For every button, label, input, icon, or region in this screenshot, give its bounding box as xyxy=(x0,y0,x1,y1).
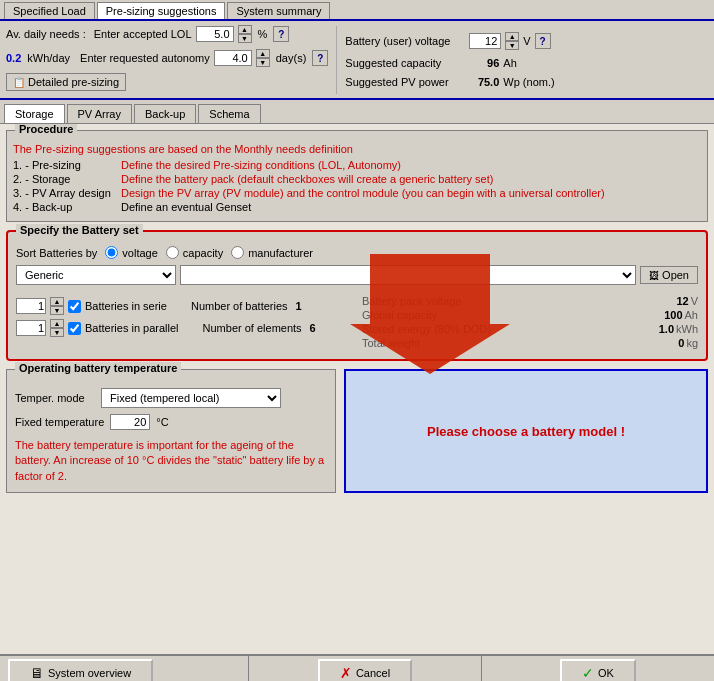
procedure-step-1: 1. - Pre-sizing Define the desired Pre-s… xyxy=(13,159,701,171)
temp-title: Operating battery temperature xyxy=(15,362,181,374)
autonomy-input[interactable] xyxy=(214,50,252,66)
step2-num: 2. - Storage xyxy=(13,173,113,185)
temp-mode-label: Temper. mode xyxy=(15,392,95,404)
fixed-temp-unit: °C xyxy=(156,416,168,428)
tab-bar: Specified Load Pre-sizing suggestions Sy… xyxy=(0,0,714,21)
num-elements-label: Number of elements xyxy=(203,322,302,334)
arrow-overlay xyxy=(350,254,510,376)
total-weight-value: 0 xyxy=(678,337,684,349)
procedure-step-4: 4. - Back-up Define an eventual Genset xyxy=(13,201,701,213)
temp-mode-select[interactable]: Fixed (tempered local) Variable xyxy=(101,388,281,408)
sort-voltage-radio[interactable] xyxy=(105,246,118,259)
autonomy-unit: day(s) xyxy=(276,52,307,64)
sug-pv-value: 75.0 xyxy=(469,76,499,88)
fixed-temp-row: Fixed temperature °C xyxy=(15,414,327,430)
temp-group: Operating battery temperature Temper. mo… xyxy=(6,369,336,493)
sort-voltage-option[interactable]: voltage xyxy=(105,246,157,259)
procedure-step-3: 3. - PV Array design Design the PV array… xyxy=(13,187,701,199)
stored-energy-unit: kWh xyxy=(676,323,698,335)
sort-manufacturer-radio[interactable] xyxy=(231,246,244,259)
tab-system-summary[interactable]: System summary xyxy=(227,2,330,19)
parallel-checkbox[interactable] xyxy=(68,322,81,335)
fixed-temp-label: Fixed temperature xyxy=(15,416,104,428)
tab-pre-sizing[interactable]: Pre-sizing suggestions xyxy=(97,2,226,19)
table-icon: 📋 xyxy=(13,77,25,88)
serie-checkbox[interactable] xyxy=(68,300,81,313)
daily-unit: kWh/day xyxy=(27,52,70,64)
num-batteries-value: 1 xyxy=(296,300,302,312)
autonomy-label: Enter requested autonomy xyxy=(80,52,210,64)
ok-icon: ✓ xyxy=(582,665,594,681)
sort-manufacturer-label: manufacturer xyxy=(248,247,313,259)
lol-unit: % xyxy=(258,28,268,40)
tab-schema[interactable]: Schema xyxy=(198,104,260,123)
sort-capacity-option[interactable]: capacity xyxy=(166,246,223,259)
procedure-intro: The Pre-sizing suggestions are based on … xyxy=(13,143,701,155)
step3-num: 3. - PV Array design xyxy=(13,187,113,199)
parallel-spinner[interactable]: ▲ ▼ xyxy=(50,319,64,337)
cancel-button[interactable]: ✗ Cancel xyxy=(318,659,412,681)
autonomy-help-button[interactable]: ? xyxy=(312,50,328,66)
left-controls: ▲ ▼ Batteries in serie Number of batteri… xyxy=(16,293,352,351)
fixed-temp-input[interactable] xyxy=(110,414,150,430)
generic-dropdown[interactable]: Generic xyxy=(16,265,176,285)
step2-desc: Define the battery pack (default checkbo… xyxy=(121,173,493,185)
parallel-row: ▲ ▼ Batteries in parallel Number of elem… xyxy=(16,319,352,337)
ok-button[interactable]: ✓ OK xyxy=(560,659,636,681)
bottom-area: Operating battery temperature Temper. mo… xyxy=(6,369,708,493)
step1-num: 1. - Pre-sizing xyxy=(13,159,113,171)
sug-pv-unit: Wp (nom.) xyxy=(503,76,554,88)
stored-energy-value: 1.0 xyxy=(659,323,674,335)
lol-spinner[interactable]: ▲ ▼ xyxy=(238,25,252,43)
serie-spinner[interactable]: ▲ ▼ xyxy=(50,297,64,315)
battery-alert: Please choose a battery model ! xyxy=(344,369,708,493)
batt-voltage-label: Battery (user) voltage xyxy=(345,35,465,47)
stored-energy-spacer xyxy=(491,323,659,335)
open-button[interactable]: 🖼 Open xyxy=(640,266,698,284)
sug-capacity-value: 96 xyxy=(469,57,499,69)
sug-pv-label: Suggested PV power xyxy=(345,76,465,88)
procedure-group: Procedure The Pre-sizing suggestions are… xyxy=(6,130,708,222)
batt-voltage-input[interactable] xyxy=(469,33,501,49)
step4-desc: Define an eventual Genset xyxy=(121,201,251,213)
battery-alert-text: Please choose a battery model ! xyxy=(427,424,625,439)
sort-manufacturer-option[interactable]: manufacturer xyxy=(231,246,313,259)
autonomy-spinner[interactable]: ▲ ▼ xyxy=(256,49,270,67)
av-daily-label: Av. daily needs : xyxy=(6,28,86,40)
lol-label: Enter accepted LOL xyxy=(94,28,192,40)
lol-input[interactable] xyxy=(196,26,234,42)
parallel-input[interactable] xyxy=(16,320,46,336)
top-right-section: Battery (user) voltage ▲ ▼ V ? Suggested… xyxy=(336,26,562,94)
step4-num: 4. - Back-up xyxy=(13,201,113,213)
tab-pv-array[interactable]: PV Array xyxy=(67,104,132,123)
top-panel: Av. daily needs : Enter accepted LOL ▲ ▼… xyxy=(0,21,714,100)
serie-label: Batteries in serie xyxy=(85,300,167,312)
tab-backup[interactable]: Back-up xyxy=(134,104,196,123)
lol-help-button[interactable]: ? xyxy=(273,26,289,42)
svg-marker-0 xyxy=(350,254,510,374)
content-area: Procedure The Pre-sizing suggestions are… xyxy=(0,124,714,654)
sort-voltage-label: voltage xyxy=(122,247,157,259)
open-icon: 🖼 xyxy=(649,270,659,281)
tab-storage[interactable]: Storage xyxy=(4,104,65,123)
batt-voltage-spinner[interactable]: ▲ ▼ xyxy=(505,32,519,50)
batt-voltage-help[interactable]: ? xyxy=(535,33,551,49)
battery-set-title: Specify the Battery set xyxy=(16,224,143,236)
temp-warning: The battery temperature is important for… xyxy=(15,438,327,484)
system-overview-button[interactable]: 🖥 System overview xyxy=(8,659,153,681)
step1-desc: Define the desired Pre-sizing conditions… xyxy=(121,159,401,171)
footer-left: 🖥 System overview xyxy=(0,656,249,681)
num-elements-value: 6 xyxy=(310,322,316,334)
detail-presizing-button[interactable]: 📋 Detailed pre-sizing xyxy=(6,73,126,91)
main-tabs: Storage PV Array Back-up Schema xyxy=(0,100,714,124)
footer: 🖥 System overview ✗ Cancel ✓ OK xyxy=(0,654,714,681)
footer-center: ✗ Cancel xyxy=(249,656,482,681)
procedure-title: Procedure xyxy=(15,124,77,135)
serie-input[interactable] xyxy=(16,298,46,314)
footer-right: ✓ OK xyxy=(482,656,714,681)
tab-specified-load[interactable]: Specified Load xyxy=(4,2,95,19)
temp-mode-row: Temper. mode Fixed (tempered local) Vari… xyxy=(15,388,327,408)
sort-capacity-radio[interactable] xyxy=(166,246,179,259)
procedure-step-2: 2. - Storage Define the battery pack (de… xyxy=(13,173,701,185)
serie-row: ▲ ▼ Batteries in serie Number of batteri… xyxy=(16,297,352,315)
